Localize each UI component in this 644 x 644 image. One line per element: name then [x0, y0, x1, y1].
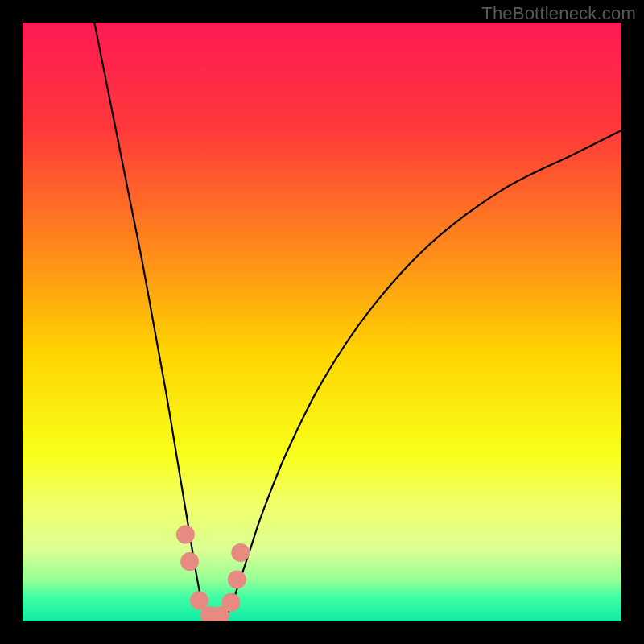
watermark-text: TheBottleneck.com: [481, 3, 636, 24]
target-marker: [228, 570, 246, 588]
target-marker: [176, 526, 195, 544]
plot-area: [23, 23, 621, 621]
chart-frame: TheBottleneck.com: [0, 0, 644, 644]
target-marker: [221, 593, 240, 612]
target-marker: [231, 543, 250, 562]
bottleneck-chart: [23, 23, 621, 621]
target-marker: [190, 591, 208, 609]
target-marker: [180, 552, 199, 571]
